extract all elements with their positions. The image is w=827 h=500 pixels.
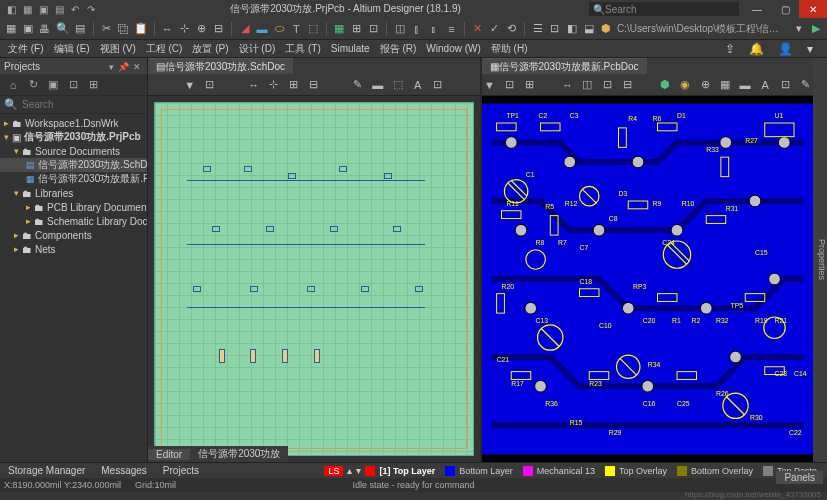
filter-icon[interactable]: ▼ [482, 77, 498, 93]
menu-window[interactable]: Window (W) [422, 43, 484, 54]
tool-icon[interactable]: ⟲ [505, 21, 518, 37]
redo-icon[interactable]: ↷ [84, 2, 98, 16]
tree-libraries[interactable]: ▾🖿Libraries [0, 186, 147, 200]
tool-icon[interactable]: ▬ [370, 77, 386, 93]
tool-icon[interactable]: ◧ [565, 21, 578, 37]
tool-icon[interactable]: ⬚ [307, 21, 320, 37]
copy-icon[interactable]: ⿻ [117, 21, 130, 37]
layer-swatch[interactable] [365, 466, 375, 476]
menu-project[interactable]: 工程 (C) [142, 42, 187, 56]
tool-icon[interactable]: ↔ [559, 77, 575, 93]
user-icon[interactable]: 👤 [774, 42, 797, 56]
tool-icon[interactable]: 🔍 [56, 21, 70, 37]
tool-icon[interactable]: ⊹ [178, 21, 191, 37]
tree-sch-doc[interactable]: ▤信号源带2030功放.SchDoc [0, 158, 147, 172]
tool-icon[interactable]: ▤ [74, 21, 87, 37]
properties-panel-tab[interactable]: Properties [813, 58, 827, 462]
tool-icon[interactable]: ▬ [737, 77, 753, 93]
layer-swatch[interactable] [677, 466, 687, 476]
tool-icon[interactable]: ⊕ [195, 21, 208, 37]
cut-icon[interactable]: ✂ [100, 21, 113, 37]
tool-icon[interactable]: ▬ [255, 21, 268, 37]
tool-icon[interactable]: ⊟ [619, 77, 635, 93]
tool-icon[interactable]: T [290, 21, 303, 37]
tool-icon[interactable]: ⬚ [390, 77, 406, 93]
tool-icon[interactable]: ▶ [810, 21, 823, 37]
menu-report[interactable]: 报告 (R) [376, 42, 421, 56]
tool-icon[interactable]: ✕ [471, 21, 484, 37]
tool-icon[interactable]: ⊹ [266, 77, 282, 93]
status-messages[interactable]: Messages [93, 463, 155, 479]
tab-pcbdoc[interactable]: ▦ 信号源带2030功放最新.PcbDoc [482, 58, 647, 74]
compile-icon[interactable]: ⊡ [66, 78, 80, 92]
status-storage[interactable]: Storage Manager [0, 463, 93, 479]
tool-icon[interactable]: ✓ [488, 21, 501, 37]
tool-icon[interactable]: ⊡ [777, 77, 793, 93]
layer-swatch[interactable] [523, 466, 533, 476]
tool-icon[interactable]: ⬭ [273, 21, 286, 37]
tool-icon[interactable]: ⊞ [286, 77, 302, 93]
tool-icon[interactable]: ↔ [246, 77, 262, 93]
tool-icon[interactable]: ✎ [350, 77, 366, 93]
tool-icon[interactable]: A [757, 77, 773, 93]
menu-view[interactable]: 视图 (V) [96, 42, 140, 56]
tool-icon[interactable]: ⊡ [430, 77, 446, 93]
menu-tools[interactable]: 工具 (T) [281, 42, 325, 56]
tool-icon[interactable]: ≡ [445, 21, 458, 37]
tool-icon[interactable]: ▦ [717, 77, 733, 93]
tool-icon[interactable]: ◫ [393, 21, 406, 37]
global-search[interactable]: 🔍 Search [589, 2, 739, 16]
menu-file[interactable]: 文件 (F) [4, 42, 48, 56]
tree-nets[interactable]: ▸🖿Nets [0, 242, 147, 256]
tree-icon[interactable]: ⊞ [86, 78, 100, 92]
tool-icon[interactable]: ⊡ [599, 77, 615, 93]
tree-pcblib[interactable]: ▸🖿PCB Library Documents [0, 200, 147, 214]
open-icon[interactable]: ▣ [36, 2, 50, 16]
tool-icon[interactable]: ⫿ [410, 21, 423, 37]
pcb-canvas[interactable]: TP1C2C3R33R4R6D1R27U1C1R11R5D3R12C8R9R10… [482, 96, 814, 462]
tool-icon[interactable]: ⊟ [212, 21, 225, 37]
home-icon[interactable]: ⌂ [6, 78, 20, 92]
tab-sheet[interactable]: 信号源带2030功放 [190, 447, 288, 461]
dropdown-icon[interactable]: ▾ [793, 21, 806, 37]
tool-icon[interactable]: A [410, 77, 426, 93]
tree-pcb-doc[interactable]: ▦信号源带2030功放最新.PcbDoc [0, 172, 147, 186]
layer-name[interactable]: Bottom Overlay [691, 466, 759, 476]
tool-icon[interactable]: ▦ [4, 21, 17, 37]
tab-editor[interactable]: Editor [148, 449, 190, 460]
notify-icon[interactable]: 🔔 [745, 42, 768, 56]
undo-icon[interactable]: ↶ [68, 2, 82, 16]
tab-schdoc[interactable]: ▤ 信号源带2030功放.SchDoc [148, 58, 293, 74]
ls-indicator[interactable]: LS [324, 466, 343, 476]
layer-name[interactable]: Top Overlay [619, 466, 673, 476]
menu-design[interactable]: 设计 (D) [235, 42, 280, 56]
save-icon[interactable]: ▤ [52, 2, 66, 16]
tool-icon[interactable]: ⊡ [548, 21, 561, 37]
tool-icon[interactable]: ◢ [238, 21, 251, 37]
maximize-button[interactable]: ▢ [771, 0, 799, 18]
layer-swatch[interactable] [605, 466, 615, 476]
tool-icon[interactable]: ⊞ [521, 77, 537, 93]
menu-place[interactable]: 放置 (P) [188, 42, 232, 56]
tree-schlib[interactable]: ▸🖿Schematic Library Documents [0, 214, 147, 228]
new-icon[interactable]: ▦ [20, 2, 34, 16]
tool-icon[interactable]: ⊞ [350, 21, 363, 37]
tool-icon[interactable]: ◉ [677, 77, 693, 93]
layer-swatch[interactable] [763, 466, 773, 476]
tool-icon[interactable]: ⊡ [202, 77, 218, 93]
tree-project[interactable]: ▾▣信号源带2030功放.PrjPcb [0, 130, 147, 144]
tool-icon[interactable]: ⊟ [306, 77, 322, 93]
tool-icon[interactable]: ⊡ [501, 77, 517, 93]
tree-workspace[interactable]: ▸🖿Workspace1.DsnWrk [0, 116, 147, 130]
chevron-down-icon[interactable]: ▾ [356, 465, 361, 476]
tool-icon[interactable]: ⬢ [600, 21, 613, 37]
tool-icon[interactable]: ▦ [333, 21, 346, 37]
pin-icon[interactable]: ▾ [107, 62, 116, 72]
dropdown-icon[interactable]: ▾ [803, 42, 817, 56]
layer-name[interactable]: Bottom Layer [459, 466, 519, 476]
share-icon[interactable]: ⇪ [721, 42, 739, 56]
tool-icon[interactable]: ⬢ [657, 77, 673, 93]
schematic-canvas[interactable]: Editor 信号源带2030功放 [148, 96, 480, 462]
paste-icon[interactable]: 📋 [134, 21, 148, 37]
layer-name[interactable]: Mechanical 13 [537, 466, 601, 476]
